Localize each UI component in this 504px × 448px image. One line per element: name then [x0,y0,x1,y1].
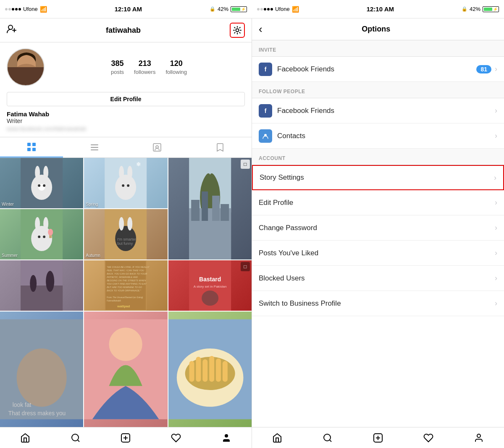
svg-rect-11 [27,148,31,151]
left-signal: Ufone 📶 [5,6,47,13]
dot1 [5,8,8,10]
chevron-icon-7: › [495,249,497,257]
svg-point-50 [119,217,124,231]
grid-item[interactable]: □ [168,158,252,259]
nav-heart-right[interactable] [403,427,454,448]
svg-text:BEGGING ON THE STREETS WHEN: BEGGING ON THE STREETS WHEN [107,279,146,282]
svg-text:BUT ARE TOO FEMININE TO GO: BUT ARE TOO FEMININE TO GO [107,286,142,288]
posts-liked-label: Posts You've Liked [259,249,495,257]
bottom-nav-right [252,427,504,448]
profile-bio: Fatima Wahab Writer www.facebook.com/fat… [0,110,252,137]
bio-name: Fatima Wahab [7,110,245,118]
fb-friends-follow-label: Facebook Friends [277,107,495,115]
posts-count: 385 [111,59,124,68]
posts-liked-item[interactable]: Posts You've Liked › [252,241,504,266]
svg-text:BACK. YOU CAN GO BACK TO YOUR: BACK. YOU CAN GO BACK TO YOUR [107,272,147,275]
signal-dots-right [257,8,273,10]
battery-pct-left: 42% [218,6,228,12]
contacts-label: Contacts [277,132,495,140]
svg-text:YOU CAN'T FIND ANYTHING TO EAT: YOU CAN'T FIND ANYTHING TO EAT [107,283,147,285]
svg-text:FEEL THAT WAY, I CAN TAKE YOU: FEEL THAT WAY, I CAN TAKE YOU [107,269,144,272]
fb-badge: 81 [476,65,491,73]
blocked-users-item[interactable]: Blocked Users › [252,266,504,291]
following-label: following [165,69,187,75]
bio-link[interactable]: www.facebook.com/fatimawahab [7,126,245,132]
nav-search[interactable] [50,427,101,448]
grid-item[interactable]: That dress makes you look fat [0,312,83,427]
svg-point-103 [477,434,480,438]
chevron-icon-8: › [495,274,497,283]
dot4 [15,8,18,10]
nav-profile-right[interactable] [454,427,504,448]
svg-point-42 [35,217,40,231]
tab-tagged[interactable] [126,137,189,157]
contacts-item[interactable]: Contacts › [252,123,504,149]
bookmark-icon[interactable]: □ [241,160,250,169]
svg-point-0 [8,25,13,29]
nav-add-right[interactable] [353,427,403,448]
grid-item[interactable]: "WE COULD BE LYING. IF YOU REALLY FEEL T… [84,260,167,311]
nav-add[interactable] [101,427,151,448]
edit-profile-button[interactable]: Edit Profile [7,92,245,106]
tab-saved[interactable] [189,137,252,157]
change-password-item[interactable]: Change Password › [252,215,504,241]
nav-heart[interactable] [151,427,201,448]
svg-rect-10 [32,143,36,146]
svg-text:Bastard: Bastard [199,276,221,283]
svg-point-47 [48,229,53,236]
grid-item[interactable]: ❄ Spring [84,158,167,208]
grid-item[interactable]: Bastard A story set in Pakistan □ [168,260,252,311]
battery-right: ⚡ [483,6,499,12]
facebook-icon: f [259,63,272,76]
svg-text:I'm smarter: I'm smarter [117,237,136,241]
right-icons-right: 🔒 42% ⚡ [462,6,499,12]
nav-home[interactable] [0,427,50,448]
followers-stat: 213 followers [134,59,155,76]
fb-friends-follow-item[interactable]: f Facebook Friends › [252,98,504,123]
svg-point-58 [46,271,54,292]
grid-label-winter: Winter [2,202,14,207]
back-button[interactable]: ‹ [259,23,262,36]
section-invite-header: INVITE [252,40,504,57]
svg-rect-55 [21,260,63,286]
switch-business-item[interactable]: Switch to Business Profile › [252,291,504,316]
wifi-icon-right: 📶 [292,6,299,13]
carrier-right: Ufone [275,6,290,12]
dot5 [18,8,21,10]
grid-item[interactable]: Winter [0,158,83,208]
bookmark-icon-2[interactable]: □ [241,262,250,271]
lock-icon-left: 🔒 [210,6,215,12]
edit-profile-item[interactable]: Edit Profile › [252,190,504,215]
grid-item[interactable] [0,260,83,311]
svg-point-51 [127,217,132,231]
svg-point-20 [35,166,40,179]
right-panel: ‹ Options INVITE f Facebook Friends 81 ›… [252,18,504,448]
username: fatiwahab [106,26,141,35]
svg-point-77 [17,348,67,407]
grid-item[interactable] [168,312,252,427]
grid-item[interactable]: Summer [0,209,83,259]
fb-friends-invite-item[interactable]: f Facebook Friends 81 › [252,57,504,82]
svg-text:look fat: look fat [13,401,32,408]
grid-item[interactable]: I'm smarter but funny Autumn [84,209,167,259]
stats: 385 posts 213 followers 120 following [53,59,245,76]
grid-item[interactable] [84,312,167,427]
add-user-button[interactable] [7,24,17,36]
gear-button[interactable] [230,23,245,38]
svg-point-44 [38,236,40,238]
svg-text:but funny: but funny [117,241,133,246]
svg-rect-13 [91,144,98,145]
story-settings-item[interactable]: Story Settings › [252,165,504,190]
battery-fill-right [484,8,492,11]
svg-point-26 [115,175,136,200]
svg-point-29 [122,184,124,187]
tab-grid[interactable] [0,137,63,157]
svg-text:❄: ❄ [136,161,141,168]
following-count: 120 [165,59,187,68]
status-bar: Ufone 📶 12:10 AM 🔒 42% ⚡ Ufone 📶 12 [0,0,504,18]
tab-list[interactable] [63,137,126,157]
svg-rect-88 [209,356,214,382]
nav-home-right[interactable] [252,427,302,448]
nav-profile[interactable] [201,427,252,448]
nav-search-right[interactable] [302,427,353,448]
